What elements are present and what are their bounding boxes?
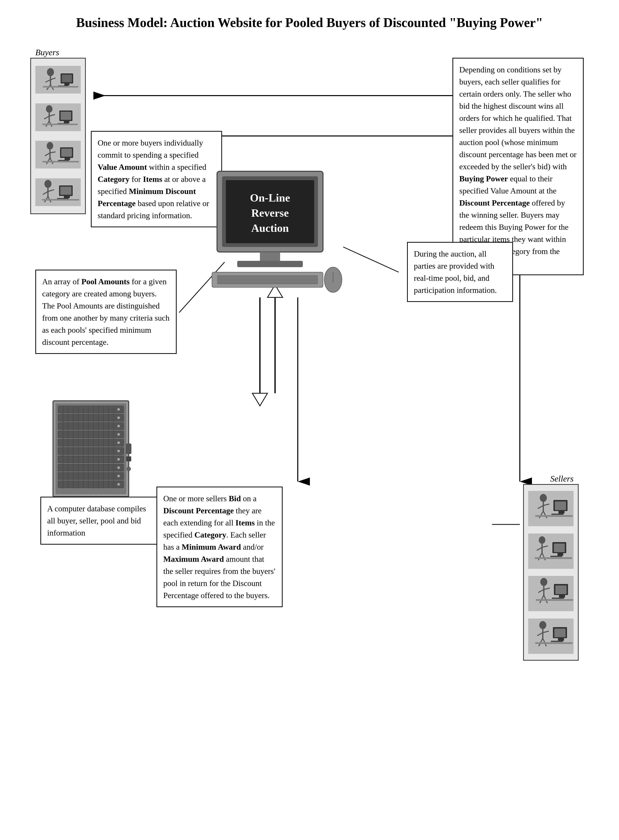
svg-rect-54 — [42, 161, 79, 163]
svg-point-154 — [539, 621, 546, 629]
svg-rect-73 — [260, 252, 280, 262]
svg-point-32 — [46, 105, 52, 113]
svg-rect-90 — [58, 464, 124, 471]
svg-rect-55 — [35, 178, 81, 206]
realtime-box: During the auction, all parties are prov… — [407, 242, 513, 302]
svg-point-101 — [117, 475, 120, 477]
svg-point-98 — [117, 450, 120, 452]
sellers-bid-box: One or more sellers Bid on a Discount Pe… — [157, 486, 283, 607]
svg-rect-150 — [559, 595, 565, 598]
svg-rect-64 — [64, 196, 70, 198]
svg-rect-89 — [58, 456, 124, 463]
svg-rect-91 — [58, 473, 124, 479]
monitor-svg: On-Line Reverse Auction — [197, 166, 348, 297]
svg-point-44 — [47, 142, 53, 149]
svg-point-99 — [117, 458, 120, 461]
page-title: Business Model: Auction Website for Pool… — [20, 15, 599, 30]
svg-text:Auction: Auction — [251, 222, 289, 234]
svg-point-95 — [117, 425, 120, 427]
svg-rect-74 — [237, 261, 303, 267]
svg-rect-85 — [58, 422, 124, 430]
svg-rect-138 — [558, 553, 563, 556]
svg-point-97 — [117, 442, 120, 444]
svg-rect-86 — [58, 431, 124, 438]
svg-marker-11 — [252, 393, 268, 406]
buyer-figure-4 — [35, 178, 81, 206]
svg-rect-149 — [555, 585, 567, 594]
svg-text:Reverse: Reverse — [251, 207, 289, 219]
svg-point-142 — [540, 578, 547, 586]
seller-figure-2 — [528, 534, 574, 569]
svg-rect-31 — [35, 103, 81, 131]
svg-line-16 — [343, 247, 399, 272]
svg-rect-65 — [57, 198, 69, 199]
buyers-image-box — [30, 58, 86, 214]
svg-point-20 — [47, 68, 54, 76]
svg-point-116 — [127, 467, 131, 471]
svg-rect-127 — [552, 513, 564, 515]
buyer-commit-text: One or more buyers individually commit t… — [98, 138, 209, 220]
database-text: A computer database compiles all buyer, … — [47, 504, 146, 537]
svg-rect-52 — [64, 158, 70, 160]
svg-rect-126 — [558, 511, 565, 513]
svg-rect-88 — [58, 448, 124, 455]
svg-rect-83 — [58, 406, 124, 413]
server-svg — [45, 398, 141, 504]
seller-figure-1 — [528, 491, 574, 526]
svg-rect-19 — [35, 66, 81, 94]
svg-point-100 — [117, 466, 120, 469]
svg-rect-128 — [535, 515, 573, 517]
buyers-label: Buyers — [35, 48, 59, 57]
svg-point-118 — [540, 494, 547, 502]
sellers-bid-text: One or more sellers Bid on a Discount Pe… — [163, 494, 275, 600]
svg-point-56 — [45, 180, 51, 188]
svg-rect-129 — [528, 534, 574, 569]
svg-rect-84 — [58, 414, 124, 421]
seller-figure-4 — [528, 619, 574, 654]
svg-rect-66 — [42, 199, 79, 200]
realtime-text: During the auction, all parties are prov… — [414, 249, 497, 295]
svg-rect-114 — [126, 444, 131, 454]
svg-point-102 — [117, 483, 120, 486]
svg-rect-162 — [558, 638, 564, 641]
svg-rect-42 — [42, 124, 78, 125]
page: Business Model: Auction Website for Pool… — [0, 0, 619, 840]
svg-rect-140 — [535, 557, 572, 559]
svg-rect-51 — [61, 149, 72, 157]
svg-rect-137 — [554, 544, 565, 552]
buyer-figure-3 — [35, 141, 81, 169]
svg-rect-63 — [60, 187, 72, 195]
svg-rect-27 — [62, 75, 72, 82]
svg-rect-115 — [126, 456, 131, 461]
server-unit — [45, 398, 141, 494]
buyer-figure-1 — [35, 66, 81, 94]
svg-rect-30 — [43, 86, 78, 88]
svg-point-94 — [117, 416, 120, 419]
diagram: Buyers — [20, 45, 599, 827]
database-box: A computer database compiles all buyer, … — [40, 497, 161, 545]
svg-rect-163 — [551, 641, 563, 642]
svg-rect-139 — [550, 556, 562, 557]
svg-rect-43 — [35, 141, 81, 169]
svg-rect-125 — [555, 501, 566, 510]
sellers-label: Sellers — [550, 474, 574, 483]
svg-rect-28 — [64, 84, 69, 85]
svg-rect-40 — [64, 121, 69, 123]
svg-point-96 — [117, 433, 120, 436]
svg-rect-151 — [552, 598, 564, 599]
pool-amounts-text: An array of Pool Amounts for a given cat… — [42, 277, 170, 346]
svg-rect-92 — [58, 481, 124, 488]
svg-point-130 — [539, 536, 545, 544]
svg-rect-87 — [58, 439, 124, 446]
svg-rect-164 — [535, 642, 573, 644]
svg-rect-76 — [217, 275, 318, 284]
svg-text:On-Line: On-Line — [250, 192, 290, 204]
svg-rect-161 — [555, 629, 565, 637]
svg-point-93 — [117, 408, 120, 411]
computer-monitor: On-Line Reverse Auction — [197, 166, 348, 297]
svg-rect-152 — [536, 599, 573, 601]
seller-qualifies-text: Depending on conditions set by buyers, e… — [459, 65, 577, 268]
pool-amounts-box: An array of Pool Amounts for a given cat… — [35, 270, 176, 354]
seller-figure-3 — [528, 576, 574, 611]
sellers-image-box — [523, 484, 579, 661]
